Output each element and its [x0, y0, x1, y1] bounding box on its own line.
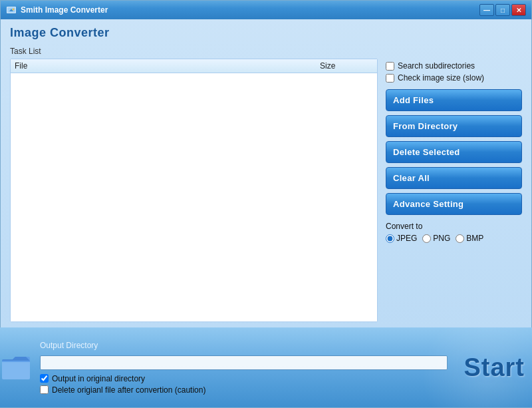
jpeg-radio[interactable] — [386, 234, 394, 243]
clear-all-button[interactable]: Clear All — [386, 167, 522, 189]
jpeg-label: JPEG — [396, 234, 417, 243]
bmp-radio-item[interactable]: BMP — [456, 234, 483, 243]
convert-to-label: Convert to — [386, 222, 522, 231]
col-file-header: File — [15, 61, 320, 71]
folder-icon — [1, 354, 31, 381]
convert-to-radio-row: JPEG PNG BMP — [386, 234, 522, 243]
main-window: Smith Image Converter — □ ✕ Image Conver… — [0, 0, 532, 408]
maximize-button[interactable]: □ — [495, 4, 510, 16]
bmp-label: BMP — [466, 234, 483, 243]
right-panel: Search subdirectories Check image size (… — [386, 47, 522, 322]
advance-setting-button[interactable]: Advance Setting — [386, 193, 522, 215]
from-directory-button[interactable]: From Directory — [386, 115, 522, 137]
search-subdirectories-row[interactable]: Search subdirectories — [386, 61, 522, 71]
delete-selected-button[interactable]: Delete Selected — [386, 141, 522, 163]
check-image-size-label: Check image size (slow) — [398, 73, 484, 83]
bottom-fields: Output Directory Output in original dire… — [40, 341, 448, 395]
task-list-label: Task List — [10, 47, 378, 56]
task-table-header: File Size — [11, 59, 377, 73]
main-area: Task List File Size Search subdirectorie… — [10, 47, 522, 322]
search-subdirectories-label: Search subdirectories — [398, 61, 475, 71]
close-button[interactable]: ✕ — [511, 4, 526, 16]
titlebar-buttons: — □ ✕ — [479, 4, 526, 16]
task-list-panel: Task List File Size — [10, 47, 378, 322]
options-checkboxes: Search subdirectories Check image size (… — [386, 61, 522, 83]
delete-original-row[interactable]: Delete origianl file after convertion (c… — [40, 385, 448, 395]
task-table-body[interactable] — [11, 73, 377, 321]
titlebar-left: Smith Image Converter — [6, 5, 108, 15]
search-subdirectories-checkbox[interactable] — [386, 62, 394, 71]
add-files-button[interactable]: Add Files — [386, 89, 522, 111]
task-table: File Size — [10, 59, 378, 322]
start-button[interactable]: Start — [457, 353, 531, 382]
app-title: Image Converter — [10, 26, 522, 40]
app-icon — [6, 5, 17, 15]
png-radio[interactable] — [422, 234, 431, 243]
output-dir-input[interactable] — [40, 355, 448, 370]
output-original-checkbox[interactable] — [40, 374, 49, 383]
minimize-button[interactable]: — — [479, 4, 494, 16]
jpeg-radio-item[interactable]: JPEG — [386, 234, 417, 243]
bottom-checkboxes: Output in original directory Delete orig… — [40, 374, 448, 395]
check-image-size-row[interactable]: Check image size (slow) — [386, 73, 522, 83]
bottom-panel: Output Directory Output in original dire… — [0, 327, 532, 407]
delete-original-checkbox[interactable] — [40, 385, 49, 394]
output-dir-label: Output Directory — [40, 341, 448, 350]
titlebar: Smith Image Converter — □ ✕ — [1, 1, 531, 19]
bmp-radio[interactable] — [456, 234, 464, 243]
check-image-size-checkbox[interactable] — [386, 74, 394, 83]
main-content: Image Converter Task List File Size — [1, 19, 531, 322]
svg-point-3 — [13, 9, 15, 11]
png-label: PNG — [433, 234, 450, 243]
png-radio-item[interactable]: PNG — [422, 234, 450, 243]
col-size-header: Size — [320, 61, 373, 71]
convert-to-section: Convert to JPEG PNG BMP — [386, 222, 522, 243]
window-title: Smith Image Converter — [21, 5, 108, 15]
start-label: Start — [464, 353, 525, 381]
delete-original-label: Delete origianl file after convertion (c… — [52, 385, 205, 395]
output-original-row[interactable]: Output in original directory — [40, 374, 448, 383]
output-original-label: Output in original directory — [52, 374, 145, 383]
